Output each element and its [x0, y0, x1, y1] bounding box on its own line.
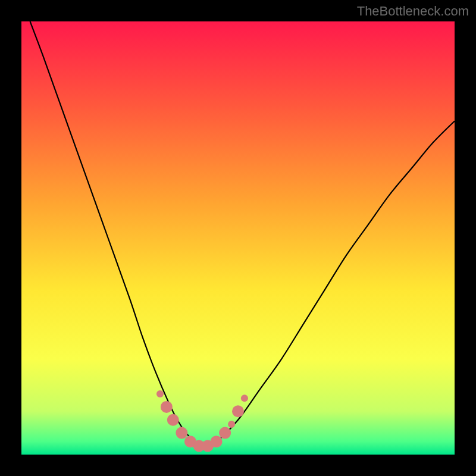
marker-dot [176, 427, 187, 439]
watermark: TheBottleneck.com [357, 4, 469, 19]
marker-dot [228, 421, 235, 428]
chart-svg [21, 21, 455, 455]
marker-dot [211, 436, 223, 447]
marker-dot [167, 414, 179, 426]
marker-dot [219, 427, 231, 439]
marker-dot [232, 405, 244, 417]
chart-background [21, 21, 455, 455]
marker-dot [241, 394, 248, 402]
marker-dot [161, 401, 173, 413]
marker-dot [156, 390, 164, 397]
chart-plot-area [21, 21, 455, 455]
